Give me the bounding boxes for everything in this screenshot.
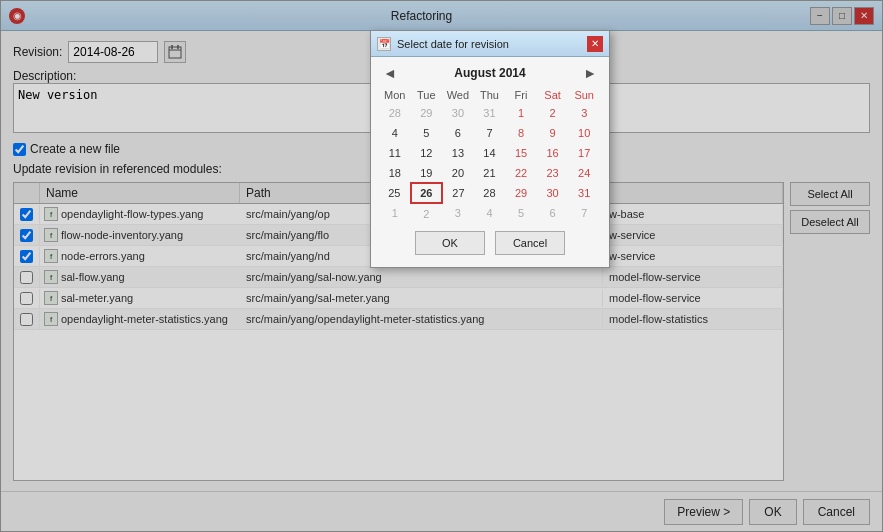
calendar-day[interactable]: 13 xyxy=(442,143,474,163)
calendar-day[interactable]: 7 xyxy=(568,203,600,223)
calendar-day[interactable]: 5 xyxy=(505,203,537,223)
calendar-grid: Mon Tue Wed Thu Fri Sat Sun 282930311234… xyxy=(379,87,601,223)
calendar-day[interactable]: 1 xyxy=(505,103,537,123)
calendar-day[interactable]: 21 xyxy=(474,163,506,183)
calendar-nav: ◄ August 2014 ► xyxy=(379,65,601,81)
calendar-day[interactable]: 22 xyxy=(505,163,537,183)
next-month-button[interactable]: ► xyxy=(579,65,601,81)
calendar-day[interactable]: 30 xyxy=(442,103,474,123)
weekday-sun: Sun xyxy=(568,87,600,103)
calendar-day[interactable]: 11 xyxy=(379,143,411,163)
calendar-close-button[interactable]: ✕ xyxy=(587,36,603,52)
calendar-dialog-icon: 📅 xyxy=(377,37,391,51)
calendar-day[interactable]: 29 xyxy=(411,103,443,123)
calendar-day[interactable]: 30 xyxy=(537,183,569,203)
calendar-day[interactable]: 5 xyxy=(411,123,443,143)
calendar-day[interactable]: 12 xyxy=(411,143,443,163)
calendar-content: ◄ August 2014 ► Mon Tue Wed Thu Fri Sat … xyxy=(371,57,609,267)
calendar-day[interactable]: 14 xyxy=(474,143,506,163)
calendar-day[interactable]: 8 xyxy=(505,123,537,143)
calendar-day[interactable]: 1 xyxy=(379,203,411,223)
calendar-day[interactable]: 20 xyxy=(442,163,474,183)
calendar-day[interactable]: 2 xyxy=(411,203,443,223)
weekday-wed: Wed xyxy=(442,87,474,103)
calendar-day[interactable]: 19 xyxy=(411,163,443,183)
weekday-mon: Mon xyxy=(379,87,411,103)
calendar-day[interactable]: 25 xyxy=(379,183,411,203)
calendar-cancel-button[interactable]: Cancel xyxy=(495,231,565,255)
weekday-fri: Fri xyxy=(505,87,537,103)
calendar-day[interactable]: 6 xyxy=(537,203,569,223)
calendar-day[interactable]: 18 xyxy=(379,163,411,183)
calendar-day[interactable]: 7 xyxy=(474,123,506,143)
calendar-day[interactable]: 15 xyxy=(505,143,537,163)
calendar-day[interactable]: 16 xyxy=(537,143,569,163)
calendar-day[interactable]: 29 xyxy=(505,183,537,203)
calendar-day[interactable]: 3 xyxy=(568,103,600,123)
calendar-dialog: 📅 Select date for revision ✕ ◄ August 20… xyxy=(370,30,610,268)
calendar-day[interactable]: 31 xyxy=(568,183,600,203)
calendar-day[interactable]: 4 xyxy=(474,203,506,223)
calendar-day[interactable]: 6 xyxy=(442,123,474,143)
calendar-day[interactable]: 10 xyxy=(568,123,600,143)
calendar-day[interactable]: 28 xyxy=(474,183,506,203)
prev-month-button[interactable]: ◄ xyxy=(379,65,401,81)
calendar-day[interactable]: 26 xyxy=(411,183,443,203)
calendar-day[interactable]: 27 xyxy=(442,183,474,203)
calendar-buttons: OK Cancel xyxy=(379,231,601,259)
calendar-day[interactable]: 28 xyxy=(379,103,411,123)
calendar-ok-button[interactable]: OK xyxy=(415,231,485,255)
calendar-day[interactable]: 9 xyxy=(537,123,569,143)
calendar-day[interactable]: 2 xyxy=(537,103,569,123)
calendar-day[interactable]: 23 xyxy=(537,163,569,183)
calendar-day[interactable]: 24 xyxy=(568,163,600,183)
calendar-day[interactable]: 4 xyxy=(379,123,411,143)
calendar-day[interactable]: 17 xyxy=(568,143,600,163)
weekday-tue: Tue xyxy=(411,87,443,103)
calendar-dialog-title: Select date for revision xyxy=(397,38,587,50)
weekday-sat: Sat xyxy=(537,87,569,103)
calendar-day[interactable]: 3 xyxy=(442,203,474,223)
weekday-thu: Thu xyxy=(474,87,506,103)
calendar-month-year: August 2014 xyxy=(454,66,525,80)
calendar-day[interactable]: 31 xyxy=(474,103,506,123)
calendar-title-bar: 📅 Select date for revision ✕ xyxy=(371,31,609,57)
